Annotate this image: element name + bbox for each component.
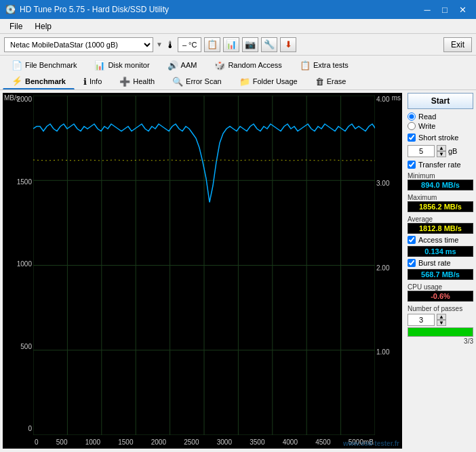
write-radio-row: Write — [408, 122, 473, 130]
access-time-label: Access time — [418, 236, 458, 244]
tab-folder-usage[interactable]: 📁 Folder Usage — [231, 73, 306, 89]
min-label: Minimum — [408, 172, 473, 180]
erase-icon: 🗑 — [315, 77, 324, 87]
short-stroke-spin-up[interactable]: ▲ — [437, 145, 446, 151]
toolbar: Netac MobileDataStar (1000 gB) ▼ 🌡 – °C … — [0, 34, 476, 56]
read-radio[interactable] — [408, 112, 416, 121]
chart-grid-svg — [33, 96, 375, 435]
dropdown-arrow: ▼ — [156, 41, 163, 48]
menu-bar: File Help — [0, 19, 476, 34]
write-label: Write — [418, 122, 435, 130]
menu-file[interactable]: File — [4, 20, 28, 33]
short-stroke-label: Short stroke — [418, 133, 458, 142]
transfer-rate-checkbox[interactable] — [408, 161, 416, 169]
tab-benchmark[interactable]: ⚡ Benchmark — [3, 73, 75, 89]
toolbar-btn-2[interactable]: 📊 — [223, 37, 239, 52]
chart-area: MB/s ms 2000 1500 1000 500 0 4.00 3.00 2… — [3, 93, 402, 449]
passes-spin-buttons: ▲ ▼ — [437, 314, 446, 326]
avg-label: Average — [408, 215, 473, 223]
passes-spin-down[interactable]: ▼ — [437, 320, 446, 326]
maximize-button[interactable]: □ — [437, 3, 453, 16]
access-time-line — [33, 160, 375, 161]
title-bar: 💽 HD Tune Pro 5.75 - Hard Disk/SSD Utili… — [0, 0, 476, 19]
short-stroke-row: Short stroke — [408, 133, 473, 142]
avg-value: 1812.8 MB/s — [408, 223, 473, 234]
short-stroke-unit: gB — [448, 147, 457, 155]
tab-health[interactable]: ➕ Health — [111, 73, 163, 89]
max-value: 1856.2 MB/s — [408, 201, 473, 212]
min-stat: Minimum 894.0 MB/s — [408, 171, 473, 190]
temp-display: – °C — [178, 37, 202, 52]
y-axis-left: 2000 1500 1000 500 0 — [3, 93, 33, 435]
passes-spinbox-row: ▲ ▼ — [408, 314, 473, 326]
avg-stat: Average 1812.8 MB/s — [408, 214, 473, 234]
app-title: HD Tune Pro 5.75 - Hard Disk/SSD Utility — [20, 5, 169, 14]
chart-plot — [33, 96, 375, 435]
passes-stat: Number of passes ▲ ▼ 3/3 — [408, 304, 473, 345]
passes-spinbox[interactable] — [408, 314, 435, 326]
read-radio-row: Read — [408, 112, 473, 121]
exit-button[interactable]: Exit — [443, 37, 472, 52]
tab-error-scan[interactable]: 🔍 Error Scan — [163, 73, 231, 89]
temp-value: – °C — [182, 41, 197, 49]
short-stroke-spin-down[interactable]: ▼ — [437, 151, 446, 157]
progress-bar-fill — [408, 328, 473, 336]
minimize-button[interactable]: ─ — [419, 3, 435, 16]
main-content: MB/s ms 2000 1500 1000 500 0 4.00 3.00 2… — [0, 90, 476, 451]
progress-label: 3/3 — [408, 337, 473, 345]
burst-rate-checkbox[interactable] — [408, 259, 416, 267]
tab-disk-monitor[interactable]: 📊 Disk monitor — [85, 57, 158, 73]
start-button[interactable]: Start — [408, 93, 473, 109]
access-time-row: Access time — [408, 236, 473, 244]
cpu-usage-value: -0.6% — [408, 291, 473, 302]
access-time-checkbox[interactable] — [408, 236, 416, 244]
cpu-usage-stat: CPU usage -0.6% — [408, 282, 473, 302]
toolbar-btn-3[interactable]: 📷 — [242, 37, 258, 52]
close-button[interactable]: ✕ — [454, 3, 471, 16]
short-stroke-checkbox[interactable] — [408, 133, 416, 142]
nav-tabs: 📄 File Benchmark 📊 Disk monitor 🔊 AAM 🎲 … — [0, 56, 476, 90]
burst-rate-label: Burst rate — [418, 259, 451, 267]
short-stroke-spin-buttons: ▲ ▼ — [437, 145, 446, 157]
info-icon: ℹ — [83, 77, 87, 87]
transfer-rate-row: Transfer rate — [408, 161, 473, 169]
min-value: 894.0 MB/s — [408, 180, 473, 190]
window-controls: ─ □ ✕ — [419, 3, 471, 16]
app-icon: 💽 — [5, 5, 16, 14]
passes-label: Number of passes — [408, 305, 473, 312]
folder-usage-icon: 📁 — [239, 77, 250, 87]
toolbar-btn-4[interactable]: 🔧 — [261, 37, 277, 52]
toolbar-btn-5[interactable]: ⬇ — [280, 37, 296, 52]
aam-icon: 🔊 — [167, 60, 178, 70]
menu-help[interactable]: Help — [29, 20, 57, 33]
max-stat: Maximum 1856.2 MB/s — [408, 192, 473, 212]
short-stroke-spinbox-row: ▲ ▼ gB — [408, 145, 473, 157]
error-scan-icon: 🔍 — [172, 77, 183, 87]
read-label: Read — [418, 112, 436, 121]
benchmark-icon: ⚡ — [12, 76, 22, 86]
cpu-usage-label: CPU usage — [408, 283, 473, 291]
y-axis-right: 4.00 3.00 2.00 1.00 — [375, 93, 402, 435]
transfer-rate-label: Transfer rate — [418, 161, 461, 169]
tab-random-access[interactable]: 🎲 Random Access — [205, 57, 290, 73]
x-axis-bottom: 0 500 1000 1500 2000 2500 3000 3500 4000… — [33, 435, 375, 449]
side-panel: Start Read Write Short stroke ▲ ▼ gB — [405, 90, 476, 451]
temp-icon: 🌡 — [165, 39, 175, 50]
short-stroke-spinbox[interactable] — [408, 145, 435, 157]
extra-tests-icon: 📋 — [300, 60, 311, 70]
watermark: www.ssd-tester.fr — [343, 440, 399, 447]
random-access-icon: 🎲 — [214, 60, 225, 70]
tab-file-benchmark[interactable]: 📄 File Benchmark — [3, 57, 85, 73]
health-icon: ➕ — [119, 77, 130, 87]
toolbar-btn-1[interactable]: 📋 — [204, 37, 220, 52]
drive-select[interactable]: Netac MobileDataStar (1000 gB) — [4, 37, 153, 52]
passes-spin-up[interactable]: ▲ — [437, 314, 446, 320]
access-time-value: 0.134 ms — [408, 246, 473, 257]
tab-extra-tests[interactable]: 📋 Extra tests — [291, 57, 357, 73]
tab-erase[interactable]: 🗑 Erase — [306, 73, 355, 89]
write-radio[interactable] — [408, 122, 416, 130]
progress-bar-container — [408, 327, 473, 337]
tab-info[interactable]: ℹ Info — [75, 73, 111, 89]
disk-monitor-icon: 📊 — [94, 60, 105, 70]
tab-aam[interactable]: 🔊 AAM — [159, 57, 206, 73]
